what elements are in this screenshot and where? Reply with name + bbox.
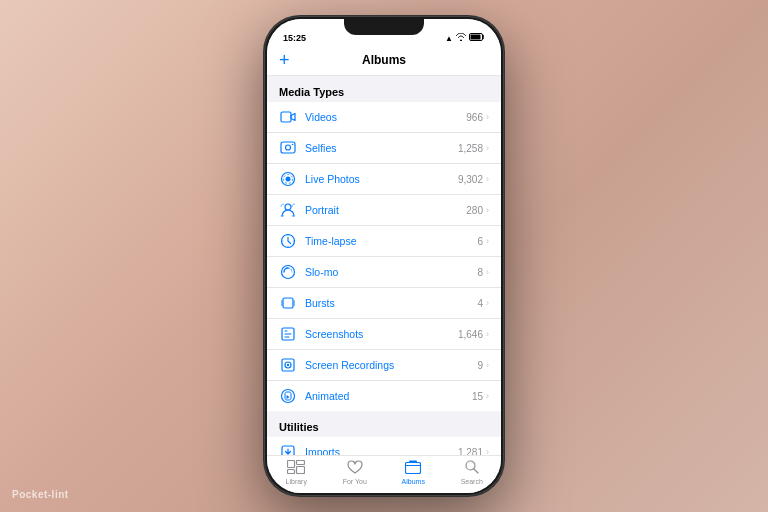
svg-point-7 [286,177,291,182]
tab-bar: Library For You Albums [267,455,501,493]
for-you-tab-label: For You [343,478,367,485]
selfies-count: 1,258 [458,143,483,154]
selfies-label: Selfies [305,142,458,154]
tab-for-you[interactable]: For You [326,460,385,485]
svg-rect-11 [283,298,293,308]
live-photos-icon [279,170,297,188]
battery-icon [469,33,485,43]
imports-icon [279,443,297,455]
screen-recordings-count: 9 [477,360,483,371]
svg-rect-13 [294,300,296,306]
timelapse-chevron: › [486,236,489,246]
list-item-selfies[interactable]: Selfies 1,258 › [267,133,501,164]
svg-rect-21 [288,461,295,468]
list-item-animated[interactable]: Animated 15 › [267,381,501,411]
live-photos-count: 9,302 [458,174,483,185]
portrait-label: Portrait [305,204,466,216]
albums-tab-label: Albums [402,478,425,485]
imports-count: 1,281 [458,447,483,456]
screenshots-icon [279,325,297,343]
screen-recordings-chevron: › [486,360,489,370]
bursts-chevron: › [486,298,489,308]
page-title: Albums [362,53,406,67]
wifi-icon [456,33,466,43]
watermark: Pocket-lint [12,489,69,500]
library-tab-label: Library [286,478,307,485]
media-types-section: Media Types Videos 966 › [267,76,501,411]
screenshots-count: 1,646 [458,329,483,340]
screenshots-chevron: › [486,329,489,339]
svg-point-4 [286,145,291,150]
timelapse-label: Time-lapse [305,235,477,247]
bursts-icon [279,294,297,312]
svg-rect-3 [281,142,295,153]
list-item-live-photos[interactable]: Live Photos 9,302 › [267,164,501,195]
list-item-screen-recordings[interactable]: Screen Recordings 9 › [267,350,501,381]
svg-point-17 [287,364,289,366]
videos-label: Videos [305,111,466,123]
list-item-videos[interactable]: Videos 966 › [267,102,501,133]
utilities-list: Imports 1,281 › Hidden [267,437,501,455]
bursts-count: 4 [477,298,483,309]
phone-shell: 15:25 ▲ [264,16,504,496]
media-types-list: Videos 966 › Selfies [267,102,501,411]
slo-mo-label: Slo-mo [305,266,477,278]
slo-mo-chevron: › [486,267,489,277]
svg-rect-12 [281,300,283,306]
imports-chevron: › [486,447,489,455]
list-item-timelapse[interactable]: Time-lapse 6 › [267,226,501,257]
timelapse-count: 6 [477,236,483,247]
video-icon [279,108,297,126]
list-item-imports[interactable]: Imports 1,281 › [267,437,501,455]
videos-count: 966 [466,112,483,123]
signal-icon: ▲ [445,34,453,43]
status-icons: ▲ [445,33,485,43]
animated-chevron: › [486,391,489,401]
for-you-tab-icon [347,460,363,477]
library-tab-icon [287,460,305,477]
live-photos-chevron: › [486,174,489,184]
status-bar: 15:25 ▲ [267,19,501,47]
list-item-bursts[interactable]: Bursts 4 › [267,288,501,319]
list-item-screenshots[interactable]: Screenshots 1,646 › [267,319,501,350]
svg-rect-22 [288,470,295,474]
albums-content: Media Types Videos 966 › [267,76,501,455]
list-item-portrait[interactable]: Portrait 280 › [267,195,501,226]
slo-mo-count: 8 [477,267,483,278]
selfies-chevron: › [486,143,489,153]
portrait-count: 280 [466,205,483,216]
status-time: 15:25 [283,33,306,43]
utilities-header: Utilities [267,411,501,437]
notch [344,19,424,35]
add-album-button[interactable]: + [279,51,290,69]
animated-label: Animated [305,390,472,402]
tab-search[interactable]: Search [443,460,502,485]
animated-count: 15 [472,391,483,402]
svg-rect-25 [406,463,421,474]
bursts-label: Bursts [305,297,477,309]
search-tab-label: Search [461,478,483,485]
selfie-icon [279,139,297,157]
list-item-slo-mo[interactable]: Slo-mo 8 › [267,257,501,288]
screenshots-label: Screenshots [305,328,458,340]
navigation-bar: + Albums [267,47,501,76]
portrait-icon [279,201,297,219]
slo-mo-icon [279,263,297,281]
portrait-chevron: › [486,205,489,215]
svg-rect-2 [281,112,291,122]
media-types-header: Media Types [267,76,501,102]
phone-screen: 15:25 ▲ [267,19,501,493]
screen-recordings-label: Screen Recordings [305,359,477,371]
videos-chevron: › [486,112,489,122]
svg-rect-24 [297,467,305,474]
search-tab-icon [465,460,479,477]
svg-point-5 [292,144,294,146]
tab-library[interactable]: Library [267,460,326,485]
screen-recordings-icon [279,356,297,374]
live-photos-label: Live Photos [305,173,458,185]
svg-rect-1 [471,35,481,40]
animated-icon [279,387,297,405]
tab-albums[interactable]: Albums [384,460,443,485]
imports-label: Imports [305,446,458,455]
albums-tab-icon [405,460,421,477]
